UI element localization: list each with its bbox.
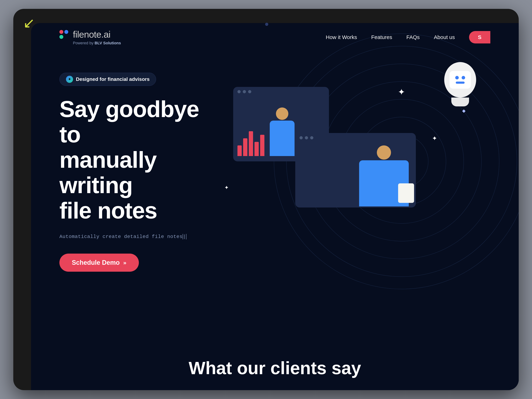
nav-how-it-works[interactable]: How it Works — [326, 34, 357, 40]
sparkle-2: ✦ — [432, 135, 437, 142]
person-head-2 — [377, 146, 391, 160]
person-tablet — [398, 183, 414, 203]
cta-label: Schedule Demo — [72, 259, 120, 266]
badge: ✦ Designed for financial advisors — [59, 73, 156, 86]
dot-blue — [64, 30, 68, 34]
camera-dot — [265, 23, 268, 26]
hero-subtitle: Automatically create detailed file notes… — [59, 234, 219, 239]
nav-features[interactable]: Features — [371, 34, 392, 40]
hero-title: Say goodbye to manually writing file not… — [59, 96, 219, 223]
bottom-title: What our clients say — [189, 358, 361, 378]
cursor-icon: ↙ — [23, 16, 35, 30]
navbar: filenote.ai Powered by BLV Solutions How… — [31, 23, 519, 51]
robot-body — [444, 62, 476, 98]
badge-icon: ✦ — [66, 76, 73, 83]
card-dot-6 — [310, 136, 313, 139]
robot-bottom — [451, 98, 469, 106]
chart-bar-4 — [254, 142, 259, 156]
person-figure-2 — [359, 146, 409, 206]
robot-eye-right — [462, 76, 465, 79]
robot-face — [450, 71, 471, 89]
person-figure-1 — [270, 108, 295, 156]
chart-bar-2 — [243, 138, 247, 156]
schedule-demo-button[interactable]: Schedule Demo » — [59, 253, 139, 272]
logo-row: filenote.ai — [59, 29, 121, 40]
robot-eyes — [455, 76, 465, 79]
person-body-2 — [359, 160, 409, 206]
hero-title-line2: manually writing — [59, 147, 157, 198]
hero-title-line1: Say goodbye to — [59, 96, 199, 147]
brand-name: filenote — [73, 29, 101, 39]
card-dot-4 — [299, 136, 303, 139]
hero-left: ✦ Designed for financial advisors Say go… — [59, 73, 219, 272]
robot-mouth — [456, 82, 465, 84]
brand-tld: .ai — [101, 29, 110, 39]
dot-green — [59, 35, 63, 39]
robot-figure — [444, 62, 476, 106]
card-person-area-2 — [295, 143, 416, 206]
laptop-wrapper: ↙ filenote.ai — [13, 9, 519, 390]
sparkle-4: ◆ — [462, 108, 465, 113]
cta-arrows: » — [123, 260, 127, 266]
logo-text: filenote.ai — [73, 29, 110, 40]
card-video-2 — [295, 133, 416, 208]
nav-links: How it Works Features FAQs About us S — [326, 31, 490, 44]
card-top-bar-2 — [295, 133, 416, 143]
logo-dots — [59, 30, 69, 39]
card-dot-1 — [237, 90, 241, 93]
robot-eye-left — [455, 76, 459, 79]
nav-about-us[interactable]: About us — [434, 34, 455, 40]
card-dot-2 — [243, 90, 246, 93]
logo-area: filenote.ai Powered by BLV Solutions — [59, 29, 121, 45]
hero-section: ✦ Designed for financial advisors Say go… — [31, 55, 519, 390]
laptop-bezel: ↙ filenote.ai — [13, 9, 519, 390]
card-top-bar-1 — [233, 87, 329, 96]
signup-button[interactable]: S — [469, 31, 490, 44]
nav-faqs[interactable]: FAQs — [406, 34, 420, 40]
screen: filenote.ai Powered by BLV Solutions How… — [31, 23, 519, 390]
badge-text: Designed for financial advisors — [76, 76, 150, 82]
dot-red — [59, 30, 63, 34]
bottom-section: What our clients say — [31, 346, 519, 390]
card-dot-3 — [248, 90, 251, 93]
brand-company: BLV Solutions — [95, 41, 121, 45]
hero-illustration: ✦ ✦ ✦ ◆ — [219, 73, 490, 232]
chart-bar-3 — [249, 131, 253, 156]
mini-chart — [237, 128, 264, 156]
chart-bar-1 — [237, 146, 242, 156]
person-body-1 — [270, 120, 295, 156]
person-head-1 — [276, 108, 288, 120]
card-dot-5 — [305, 136, 308, 139]
hero-title-line3: file notes — [59, 197, 157, 223]
logo-powered: Powered by BLV Solutions — [59, 41, 121, 45]
sparkle-1: ✦ — [398, 87, 405, 97]
sparkle-3: ✦ — [224, 184, 229, 191]
chart-bar-5 — [260, 135, 264, 156]
